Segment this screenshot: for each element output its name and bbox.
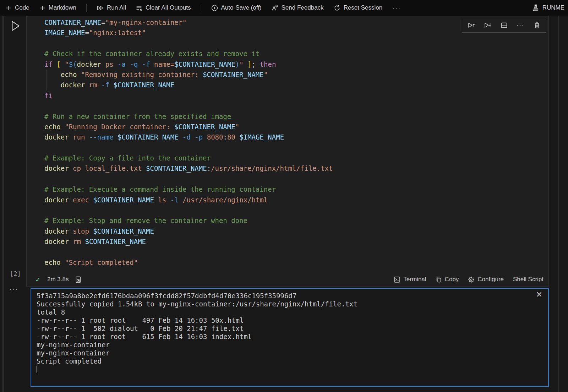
copy-icon [436, 276, 442, 283]
terminal-button[interactable]: Terminal [394, 276, 426, 283]
execution-count: [2] [10, 270, 21, 277]
reset-session-button[interactable]: Reset Session [334, 4, 383, 11]
cell-status-bar: ✓ 2m 3.8s Terminal Copy Configure Shell … [27, 273, 548, 286]
terminal-icon [394, 276, 400, 283]
open-output-in-editor-icon[interactable] [75, 276, 82, 283]
cell-output: 5f3a715a9a8be2efd6176bdaa096f3fcdd82f57d… [31, 288, 549, 387]
feedback-person-icon [272, 5, 278, 11]
add-code-label: Code [15, 4, 29, 11]
split-cell-button[interactable] [498, 19, 510, 31]
clear-all-outputs-button[interactable]: Clear All Outputs [136, 4, 191, 11]
runme-label: RUNME [542, 4, 564, 11]
send-feedback-button[interactable]: Send Feedback [272, 4, 324, 11]
plus-icon [6, 5, 12, 11]
copy-button[interactable]: Copy [436, 276, 459, 283]
clear-all-outputs-label: Clear All Outputs [146, 4, 191, 11]
auto-save-toggle[interactable]: Auto-Save (off) [211, 4, 262, 11]
configure-button[interactable]: Configure [468, 276, 504, 283]
copy-label: Copy [445, 276, 459, 283]
add-code-cell-button[interactable]: Code [6, 4, 29, 11]
toolbar-more-button[interactable]: ··· [392, 4, 401, 12]
run-cell-button[interactable] [11, 20, 21, 32]
run-all-button[interactable]: Run All [97, 4, 126, 11]
cell-focus-indicator [2, 16, 4, 392]
execute-above-button[interactable] [465, 19, 478, 31]
send-feedback-label: Send Feedback [282, 4, 324, 11]
plus-icon [39, 5, 45, 11]
auto-save-label: Auto-Save (off) [221, 4, 262, 11]
reset-icon [334, 5, 340, 11]
scrollbar[interactable] [558, 16, 559, 392]
run-all-label: Run All [107, 4, 126, 11]
execution-duration: 2m 3.8s [47, 276, 69, 283]
cell-toolbar: ··· [462, 18, 546, 33]
close-output-icon[interactable]: ✕ [536, 291, 542, 299]
gear-icon [468, 276, 475, 283]
toolbar-separator [86, 4, 87, 12]
delete-cell-button[interactable] [530, 19, 543, 31]
output-text[interactable]: 5f3a715a9a8be2efd6176bdaa096f3fcdd82f57d… [37, 292, 532, 385]
add-markdown-label: Markdown [49, 4, 76, 11]
configure-label: Configure [477, 276, 504, 283]
notebook-toolbar: Code Markdown Run All Clear All Outputs … [0, 0, 568, 16]
add-markdown-cell-button[interactable]: Markdown [39, 4, 76, 11]
cell-more-actions-button[interactable]: ··· [514, 19, 527, 31]
toolbar-separator [201, 4, 201, 12]
execute-below-button[interactable] [481, 19, 494, 31]
clear-outputs-icon [136, 5, 142, 11]
language-picker[interactable]: Shell Script [513, 276, 544, 283]
auto-save-icon [211, 5, 218, 11]
runme-brand[interactable]: RUNME [532, 4, 564, 12]
success-check-icon: ✓ [35, 276, 41, 284]
reset-session-label: Reset Session [344, 4, 383, 11]
code-block[interactable]: CONTAINER_NAME="my-nginx-container"IMAGE… [27, 16, 548, 273]
code-cell: CONTAINER_NAME="my-nginx-container"IMAGE… [26, 16, 549, 287]
terminal-label: Terminal [403, 276, 426, 283]
runme-stamp-icon [532, 4, 539, 12]
output-options-button[interactable]: ··· [9, 285, 18, 293]
run-all-icon [97, 5, 104, 11]
